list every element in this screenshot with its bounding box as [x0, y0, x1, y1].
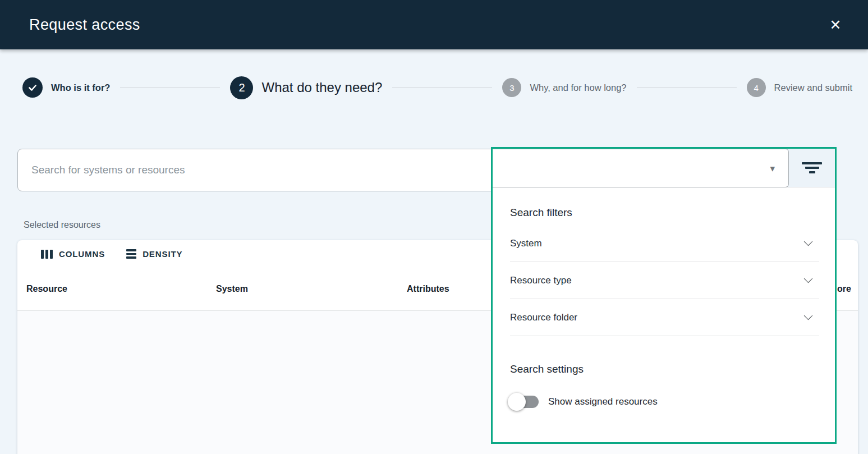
- step-1-label: Who is it for?: [51, 82, 110, 93]
- density-button-label: DENSITY: [143, 249, 182, 259]
- step-1-indicator: [22, 77, 43, 98]
- step-3-indicator: 3: [502, 78, 521, 97]
- step-why-how-long[interactable]: 3 Why, and for how long?: [502, 78, 626, 97]
- density-icon: [126, 249, 136, 259]
- column-header-partial[interactable]: ore: [837, 284, 851, 294]
- step-connector: [392, 88, 492, 88]
- column-header-attributes[interactable]: Attributes: [407, 284, 449, 294]
- filter-toggle-button[interactable]: [789, 149, 835, 187]
- filter-dropdown[interactable]: ▾: [493, 149, 789, 187]
- close-icon: ✕: [830, 17, 842, 33]
- show-assigned-resources-row: Show assigned resources: [510, 396, 819, 408]
- columns-button-label: COLUMNS: [59, 249, 105, 259]
- filter-accordion-list: System Resource type Resource folder: [510, 225, 819, 336]
- filter-accordion-resource-type[interactable]: Resource type: [510, 262, 819, 299]
- search-settings-title: Search settings: [510, 363, 819, 375]
- chevron-down-icon: [804, 274, 813, 283]
- chevron-down-icon: [804, 237, 813, 246]
- column-header-resource[interactable]: Resource: [26, 284, 67, 294]
- close-button[interactable]: ✕: [824, 13, 847, 36]
- columns-button[interactable]: COLUMNS: [41, 249, 105, 259]
- step-4-indicator: 4: [747, 78, 766, 97]
- step-what-do-they-need[interactable]: 2 What do they need?: [230, 76, 382, 99]
- density-button[interactable]: DENSITY: [126, 249, 182, 259]
- check-icon: [27, 82, 38, 93]
- table-toolbar: COLUMNS DENSITY: [41, 249, 182, 259]
- chevron-down-icon: [804, 311, 813, 320]
- columns-icon: [41, 250, 53, 259]
- filter-accordion-resource-folder[interactable]: Resource folder: [510, 299, 819, 336]
- dialog-header: Request access ✕: [0, 0, 868, 49]
- filter-system-label: System: [510, 238, 542, 249]
- filter-funnel-icon: [802, 162, 822, 173]
- step-review-submit[interactable]: 4 Review and submit: [747, 78, 852, 97]
- filter-panel-body: Search filters System Resource type Reso…: [510, 187, 819, 442]
- step-2-indicator: 2: [230, 76, 253, 99]
- filter-panel-toolbar: ▾: [493, 149, 835, 187]
- stepper: Who is it for? 2 What do they need? 3 Wh…: [22, 73, 852, 102]
- filter-accordion-system[interactable]: System: [510, 225, 819, 262]
- filter-resource-type-label: Resource type: [510, 275, 572, 286]
- step-3-label: Why, and for how long?: [530, 82, 626, 93]
- step-4-label: Review and submit: [774, 82, 852, 93]
- step-who-is-it-for[interactable]: Who is it for?: [22, 77, 110, 98]
- toggle-knob: [508, 393, 526, 411]
- step-connector: [120, 88, 220, 88]
- show-assigned-resources-toggle[interactable]: [510, 396, 539, 408]
- dropdown-caret-icon: ▾: [770, 163, 775, 173]
- filter-panel: ▾ Search filters System Resource type Re…: [491, 147, 837, 444]
- column-header-system[interactable]: System: [216, 284, 248, 294]
- filter-resource-folder-label: Resource folder: [510, 312, 577, 323]
- show-assigned-resources-label: Show assigned resources: [548, 396, 658, 407]
- step-connector: [637, 88, 737, 88]
- search-filters-title: Search filters: [510, 207, 819, 219]
- selected-resources-label: Selected resources: [24, 220, 100, 230]
- dialog-title: Request access: [29, 16, 140, 34]
- step-2-label: What do they need?: [261, 80, 382, 95]
